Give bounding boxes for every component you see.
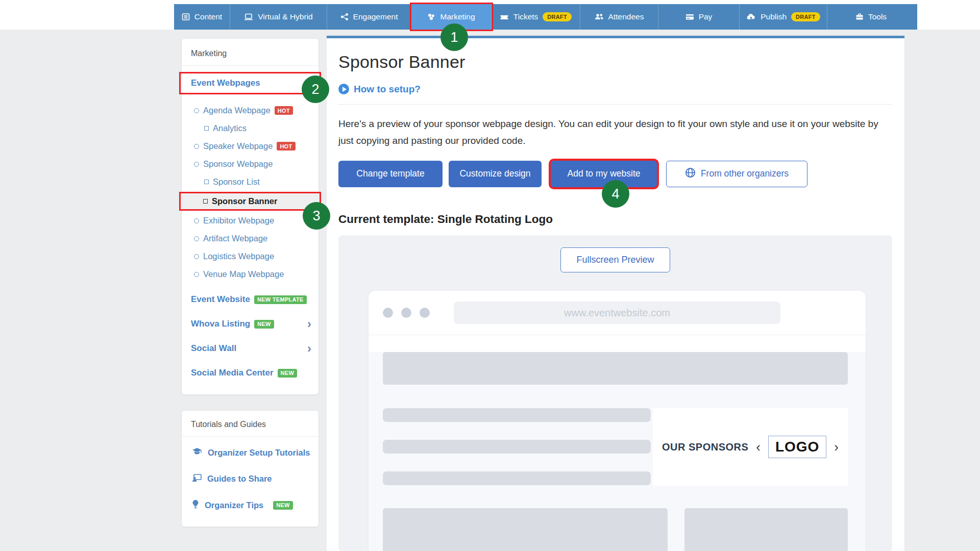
placeholder-text-column xyxy=(383,408,651,486)
browser-chrome-bar: www.eventwebsite.com xyxy=(369,291,866,335)
how-to-setup-link[interactable]: How to setup? xyxy=(338,84,421,95)
customize-design-button[interactable]: Customize design xyxy=(449,161,542,187)
tab-label: Tools xyxy=(868,12,887,21)
sponsor-banner-widget: OUR SPONSORS ‹ LOGO › xyxy=(653,408,848,486)
placeholder-content-block xyxy=(383,508,668,551)
tutorial-link-label: Organizer Setup Tutorials xyxy=(208,448,310,458)
annotation-marker-4: 4 xyxy=(602,180,629,208)
tab-label: Publish xyxy=(761,12,787,21)
browser-mockup: www.eventwebsite.com OUR SPONSORS ‹ LOGO xyxy=(369,291,866,551)
tab-tickets[interactable]: Tickets DRAFT xyxy=(492,4,580,30)
sidebar-section-title: Marketing xyxy=(182,46,318,65)
sidebar-section-title: Tutorials and Guides xyxy=(182,417,318,436)
lightbulb-icon xyxy=(192,499,199,511)
change-template-button[interactable]: Change template xyxy=(338,161,443,187)
square-bullet-icon xyxy=(204,180,209,184)
sidebar-item-label: Venue Map Webpage xyxy=(203,269,284,279)
window-dot-icon xyxy=(401,308,411,318)
tab-label: Content xyxy=(194,12,222,21)
sidebar-item-social-wall[interactable]: Social Wall › xyxy=(182,336,318,361)
from-other-organizers-label: From other organizers xyxy=(701,168,789,179)
sidebar-item-organizer-tips[interactable]: Organizer Tips NEW xyxy=(182,492,318,518)
sidebar-item-label: Sponsor Banner xyxy=(212,196,277,206)
sidebar-item-sponsor-banner[interactable]: Sponsor Banner xyxy=(181,193,320,209)
circle-bullet-icon xyxy=(194,108,199,113)
tutorial-link-label: Organizer Tips xyxy=(205,500,263,510)
sidebar-item-sponsor-webpage[interactable]: Sponsor Webpage xyxy=(182,155,318,173)
sidebar-item-agenda-webpage[interactable]: Agenda Webpage HOT xyxy=(182,102,318,119)
sidebar-item-label: Sponsor Webpage xyxy=(203,159,273,169)
sidebar-link-label: Social Media Center xyxy=(191,368,274,378)
sidebar-item-exhibitor-webpage[interactable]: Exhibitor Webpage xyxy=(182,212,318,230)
tab-engagement[interactable]: Engagement xyxy=(327,4,411,30)
placeholder-text-bar xyxy=(383,408,651,422)
attendees-icon xyxy=(595,13,604,21)
tab-content[interactable]: Content xyxy=(174,4,230,30)
tab-pay[interactable]: Pay xyxy=(658,4,740,30)
carousel-prev-icon[interactable]: ‹ xyxy=(756,440,761,454)
sponsor-logo-slot[interactable]: LOGO xyxy=(768,436,826,458)
draft-badge: DRAFT xyxy=(543,12,572,21)
page-title: Sponsor Banner xyxy=(338,52,892,72)
tab-label: Engagement xyxy=(353,12,398,21)
annotation-marker-1: 1 xyxy=(440,23,468,51)
annotation-marker-3: 3 xyxy=(303,202,330,230)
preview-middle-row: OUR SPONSORS ‹ LOGO › xyxy=(383,408,848,486)
tab-tools[interactable]: Tools xyxy=(827,4,915,30)
sidebar-item-logistics-webpage[interactable]: Logistics Webpage xyxy=(182,247,318,265)
sidebar-item-whova-listing[interactable]: Whova Listing NEW › xyxy=(182,312,318,336)
circle-bullet-icon xyxy=(194,236,199,241)
sidebar-item-social-media-center[interactable]: Social Media Center NEW xyxy=(182,361,318,385)
tab-attendees[interactable]: Attendees xyxy=(580,4,658,30)
placeholder-hero-block xyxy=(383,352,848,385)
marketing-cluster-icon xyxy=(427,13,435,21)
sidebar-item-label: Logistics Webpage xyxy=(203,252,274,261)
description-text: Here's a preview of your sponsor webpage… xyxy=(338,115,892,149)
sidebar-link-label: Social Wall xyxy=(191,343,236,354)
sidebar-item-speaker-webpage[interactable]: Speaker Webpage HOT xyxy=(182,137,318,155)
ticket-icon xyxy=(500,13,509,21)
tab-label: Attendees xyxy=(608,12,644,21)
webpage-preview-body: OUR SPONSORS ‹ LOGO › xyxy=(369,352,866,551)
sidebar-item-event-website[interactable]: Event Website NEW TEMPLATE xyxy=(182,287,318,312)
fullscreen-preview-button[interactable]: Fullscreen Preview xyxy=(560,247,670,272)
circle-bullet-icon xyxy=(194,254,199,259)
sidebar-item-guides-to-share[interactable]: Guides to Share xyxy=(182,466,318,492)
globe-icon xyxy=(685,167,696,181)
share-nodes-icon xyxy=(340,13,349,21)
divider xyxy=(182,436,318,437)
circle-bullet-icon xyxy=(194,162,199,167)
new-badge: NEW xyxy=(278,369,298,378)
sidebar-item-analytics[interactable]: Analytics xyxy=(182,119,318,137)
circle-bullet-icon xyxy=(194,218,199,223)
briefcase-icon xyxy=(855,13,864,21)
top-navigation: Content Virtual & Hybrid Engagement Mark… xyxy=(174,4,917,30)
chevron-right-icon: › xyxy=(307,320,311,328)
add-to-my-website-button[interactable]: Add to my website xyxy=(551,161,657,187)
sponsor-logo-text: LOGO xyxy=(775,439,819,455)
window-dot-icon xyxy=(383,308,393,318)
from-other-organizers-button[interactable]: From other organizers xyxy=(666,161,807,187)
circle-bullet-icon xyxy=(194,144,199,149)
how-to-setup-label: How to setup? xyxy=(354,84,421,95)
laptop-icon xyxy=(244,13,253,21)
browser-window-dots xyxy=(383,308,430,318)
carousel-next-icon[interactable]: › xyxy=(834,440,839,454)
sidebar-item-label: Speaker Webpage xyxy=(203,141,273,151)
sidebar-item-artifact-webpage[interactable]: Artifact Webpage xyxy=(182,230,318,247)
annotation-box-event-webpages: Event Webpages xyxy=(179,72,321,94)
sidebar-item-label: Analytics xyxy=(213,123,247,133)
sidebar-item-organizer-setup-tutorials[interactable]: Organizer Setup Tutorials xyxy=(182,440,318,466)
sidebar-link-label: Event Website xyxy=(191,294,250,305)
placeholder-content-block xyxy=(684,508,848,551)
tab-virtual-hybrid[interactable]: Virtual & Hybrid xyxy=(230,4,327,30)
tab-publish[interactable]: Publish DRAFT xyxy=(740,4,827,30)
cloud-upload-icon xyxy=(746,13,756,21)
sidebar-item-label: Agenda Webpage xyxy=(203,106,271,115)
chevron-right-icon: › xyxy=(307,344,311,353)
window-dot-icon xyxy=(420,308,430,318)
sidebar-item-sponsor-list[interactable]: Sponsor List xyxy=(182,173,318,191)
sidebar-item-event-webpages[interactable]: Event Webpages xyxy=(191,78,260,88)
marketing-menu-card: Marketing Event Webpages Agenda Webpage … xyxy=(181,38,319,395)
sidebar-item-venue-map-webpage[interactable]: Venue Map Webpage xyxy=(182,265,318,283)
